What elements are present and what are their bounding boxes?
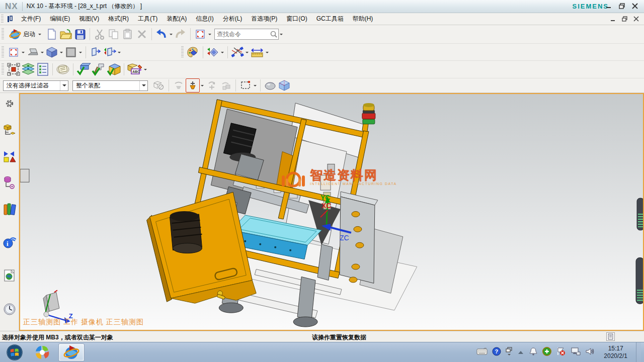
show-product-outline-button[interactable] [106, 62, 121, 76]
section-dropdown-arrow[interactable] [220, 45, 225, 59]
menu-format[interactable]: 格式(R) [104, 13, 133, 25]
save-button[interactable] [73, 27, 87, 41]
select-region-button[interactable] [7, 62, 21, 76]
wcs-zc-label[interactable]: ZC [340, 234, 349, 242]
fit-dropdown-arrow[interactable] [21, 45, 26, 59]
snap-rotate-button[interactable] [205, 78, 219, 93]
toolbar-grip[interactable] [181, 46, 184, 58]
measure-distance-button[interactable] [250, 45, 265, 59]
select-assembly-button[interactable] [152, 78, 166, 93]
menu-gc-toolbox[interactable]: GC工具箱 [312, 13, 348, 25]
help-tray-icon[interactable]: ? [492, 347, 501, 358]
naming-dropdown-arrow[interactable] [143, 62, 148, 76]
menu-information[interactable]: 信息(I) [191, 13, 218, 25]
view-list-button[interactable] [36, 62, 50, 76]
marquee-dropdown-arrow[interactable] [253, 78, 258, 93]
snap-point-curve-button[interactable] [172, 78, 186, 93]
edit-work-section-button[interactable] [91, 62, 106, 76]
open-button[interactable] [59, 27, 73, 41]
rectangle-select-button[interactable] [238, 78, 253, 93]
isometric-view-button[interactable] [45, 45, 59, 59]
layer-settings-button[interactable] [21, 62, 36, 76]
render-style-button[interactable] [64, 45, 78, 59]
toolbar-grip[interactable] [1, 15, 4, 24]
show-desktop-button[interactable] [636, 342, 641, 362]
antivirus-tray-icon[interactable] [542, 347, 551, 358]
cut-button[interactable] [93, 27, 107, 41]
roles-gear-icon[interactable] [3, 98, 16, 109]
child-minimize-button[interactable] [610, 15, 616, 24]
start-dropdown-arrow[interactable] [37, 27, 42, 41]
view-dropdown-arrow[interactable] [59, 45, 64, 59]
ime-keyboard-icon[interactable] [476, 347, 488, 357]
assembly-naming-button[interactable]: ABC [127, 62, 143, 76]
orient-view-button[interactable] [26, 45, 40, 59]
assembly-navigator-icon[interactable] [3, 124, 16, 137]
graphics-window[interactable]: YC XC ZC Z 智造资料网 INTE [19, 93, 644, 331]
minimize-button[interactable] [606, 3, 612, 9]
new-button[interactable] [45, 27, 59, 41]
orient-dropdown-arrow[interactable] [40, 45, 45, 59]
menu-view[interactable]: 视图(V) [74, 13, 104, 25]
child-restore-button[interactable] [622, 15, 627, 24]
show-only-button[interactable] [89, 45, 103, 59]
status-doc-icon[interactable] [606, 332, 615, 343]
web-page-icon[interactable] [3, 269, 16, 282]
snap-dropdown-arrow[interactable] [200, 78, 205, 93]
nx-taskbar-button[interactable] [58, 343, 85, 361]
toolbar-grip[interactable] [2, 28, 4, 40]
delete-button[interactable] [135, 27, 149, 41]
network-tray-icon[interactable] [571, 347, 581, 358]
search-dropdown-arrow[interactable] [279, 27, 284, 41]
machine-3d-model[interactable]: YC XC ZC Z [20, 94, 643, 330]
internet-info-icon[interactable]: i [3, 235, 16, 248]
fit-button[interactable] [7, 45, 21, 59]
redo-button[interactable] [174, 27, 188, 41]
show-dropdown-arrow[interactable] [117, 45, 122, 59]
menu-assemblies[interactable]: 装配(A) [162, 13, 191, 25]
history-clock-icon[interactable] [3, 303, 16, 316]
show-hide-button[interactable] [103, 45, 117, 59]
volume-tray-icon[interactable] [585, 347, 595, 358]
true-shading-button[interactable] [186, 45, 200, 59]
close-button[interactable] [632, 3, 638, 9]
constraints-dropdown-arrow[interactable] [245, 45, 250, 59]
snap-point-enabled-button[interactable] [186, 78, 200, 93]
taskbar-clock[interactable]: 15:17 2020/2/1 [600, 345, 631, 360]
shaded-object-button[interactable] [263, 78, 277, 93]
combo-arrow-icon[interactable] [139, 81, 147, 90]
menu-tools[interactable]: 工具(T) [133, 13, 162, 25]
menu-help[interactable]: 帮助(H) [348, 13, 378, 25]
restore-button[interactable] [619, 3, 625, 9]
child-close-button[interactable] [633, 15, 639, 24]
snap-system-button[interactable] [219, 78, 233, 93]
start-menu-button[interactable]: 启动 [7, 27, 45, 42]
edit-object-display-button[interactable] [76, 62, 91, 76]
wcs-cube-button[interactable] [277, 78, 291, 93]
fit-view-button[interactable] [193, 27, 207, 41]
menu-file[interactable]: 文件(F) [17, 13, 45, 25]
annotation-button[interactable] [55, 62, 70, 76]
selection-scope-combo[interactable]: 整个装配 [72, 80, 148, 91]
measure-dropdown-arrow[interactable] [265, 45, 270, 59]
browser-taskbar-button[interactable] [29, 343, 55, 361]
toolbar-grip[interactable] [2, 46, 4, 58]
part-navigator-icon[interactable] [3, 176, 16, 189]
fit-dropdown-arrow[interactable] [207, 27, 212, 41]
edit-section-button[interactable] [206, 45, 220, 59]
menu-preferences[interactable]: 首选项(P) [247, 13, 282, 25]
constraint-navigator-icon[interactable] [3, 150, 16, 162]
copy-button[interactable] [107, 27, 121, 41]
start-orb-button[interactable] [3, 343, 26, 361]
action-center-flag-icon[interactable] [556, 347, 566, 358]
menu-edit[interactable]: 编辑(E) [45, 13, 74, 25]
assembly-constraints-button[interactable] [230, 45, 245, 59]
undo-button[interactable] [154, 27, 169, 41]
menu-window[interactable]: 窗口(O) [282, 13, 311, 25]
restore-tray-icon[interactable] [506, 346, 513, 358]
reuse-library-icon[interactable] [3, 203, 16, 216]
style-dropdown-arrow[interactable] [78, 45, 83, 59]
menu-analysis[interactable]: 分析(L) [218, 13, 247, 25]
notification-bell-icon[interactable] [529, 347, 538, 358]
search-icon[interactable] [269, 30, 278, 39]
